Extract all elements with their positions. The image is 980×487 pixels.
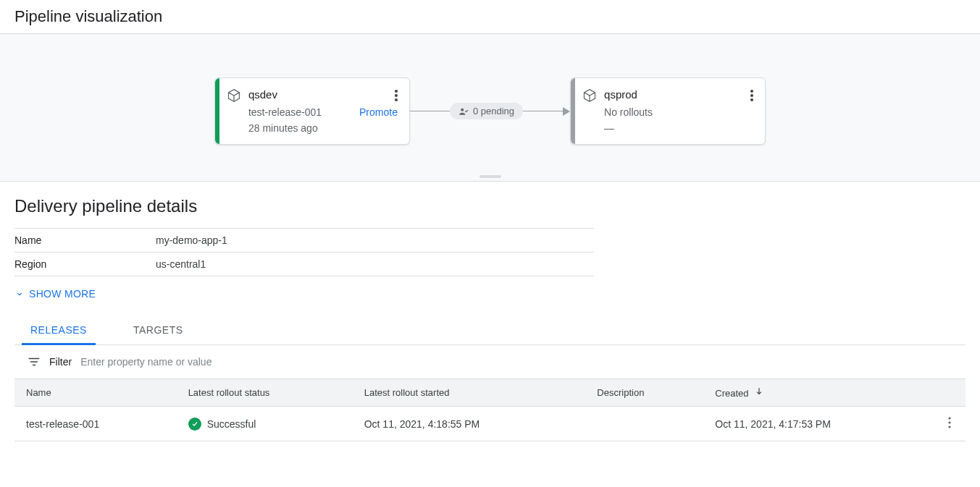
- svg-point-4: [750, 90, 753, 93]
- col-name[interactable]: Name: [14, 379, 177, 407]
- sort-down-icon: [754, 388, 764, 399]
- stage-release: test-release-001: [248, 106, 322, 118]
- details-title: Delivery pipeline details: [14, 196, 966, 216]
- svg-point-2: [395, 98, 398, 101]
- col-created[interactable]: Created: [703, 379, 937, 407]
- cube-icon: [582, 88, 597, 103]
- stage-menu-button[interactable]: [747, 87, 756, 106]
- details-section: Delivery pipeline details Name my-demo-a…: [0, 182, 980, 456]
- releases-table: Name Latest rollout status Latest rollou…: [14, 378, 966, 441]
- detail-val: us-central1: [156, 253, 594, 276]
- svg-point-6: [750, 98, 753, 101]
- status-text: Successful: [207, 418, 256, 430]
- cell-status: Successful: [177, 407, 353, 441]
- stage-connector: 0 pending: [410, 111, 570, 112]
- detail-key: Name: [14, 229, 156, 253]
- tabs: RELEASES TARGETS: [14, 317, 966, 345]
- detail-row-region: Region us-central1: [14, 253, 594, 276]
- stage-time: 28 minutes ago: [248, 122, 398, 134]
- filter-input[interactable]: [80, 356, 298, 368]
- stage-name: qsdev: [248, 88, 398, 101]
- col-description[interactable]: Description: [585, 379, 703, 407]
- tab-targets[interactable]: TARGETS: [125, 317, 192, 344]
- table-row[interactable]: test-release-001 Successful Oct 11, 2021…: [14, 407, 966, 441]
- stage-status-bar: [215, 78, 219, 144]
- svg-point-8: [948, 421, 950, 423]
- stage-card-qsprod[interactable]: qsprod No rollouts —: [570, 77, 766, 145]
- pipeline-viz: qsdev test-release-001 Promote 28 minute…: [0, 33, 980, 182]
- success-icon: [188, 418, 201, 431]
- stage-status-bar: [571, 78, 575, 144]
- chevron-down-icon: [14, 289, 25, 299]
- svg-point-0: [395, 90, 398, 93]
- col-created-label: Created: [715, 388, 748, 399]
- cell-description: [585, 407, 703, 441]
- cell-name: test-release-001: [14, 407, 177, 441]
- detail-key: Region: [14, 253, 156, 276]
- viz-title: Pipeline visualization: [0, 0, 980, 33]
- person-check-icon: [458, 106, 469, 117]
- promote-button[interactable]: Promote: [359, 106, 398, 118]
- col-started[interactable]: Latest rollout started: [353, 379, 586, 407]
- stage-menu-button[interactable]: [392, 87, 401, 106]
- detail-row-name: Name my-demo-app-1: [14, 229, 594, 253]
- stage-time: —: [604, 122, 753, 134]
- tab-releases[interactable]: RELEASES: [22, 317, 96, 345]
- show-more-label: SHOW MORE: [29, 288, 96, 300]
- cell-created: Oct 11, 2021, 4:17:53 PM: [703, 407, 937, 441]
- svg-point-7: [948, 417, 950, 419]
- row-menu-button[interactable]: [948, 419, 951, 431]
- filter-label: Filter: [49, 356, 72, 368]
- pending-label: 0 pending: [473, 106, 514, 117]
- svg-point-5: [750, 94, 753, 97]
- show-more-button[interactable]: SHOW MORE: [14, 288, 966, 300]
- pending-chip[interactable]: 0 pending: [450, 103, 523, 119]
- resize-handle[interactable]: [479, 175, 501, 178]
- stage-release: No rollouts: [604, 106, 653, 118]
- cell-started: Oct 11, 2021, 4:18:55 PM: [353, 407, 586, 441]
- stage-name: qsprod: [604, 88, 753, 101]
- svg-point-9: [948, 425, 950, 428]
- cube-icon: [227, 88, 241, 103]
- stage-card-qsdev[interactable]: qsdev test-release-001 Promote 28 minute…: [214, 77, 410, 145]
- col-status[interactable]: Latest rollout status: [177, 379, 353, 407]
- details-table: Name my-demo-app-1 Region us-central1: [14, 228, 594, 276]
- filter-icon: [28, 355, 41, 368]
- svg-point-3: [461, 108, 464, 111]
- detail-val: my-demo-app-1: [156, 229, 594, 253]
- filter-bar: Filter: [14, 345, 966, 378]
- svg-point-1: [395, 94, 398, 97]
